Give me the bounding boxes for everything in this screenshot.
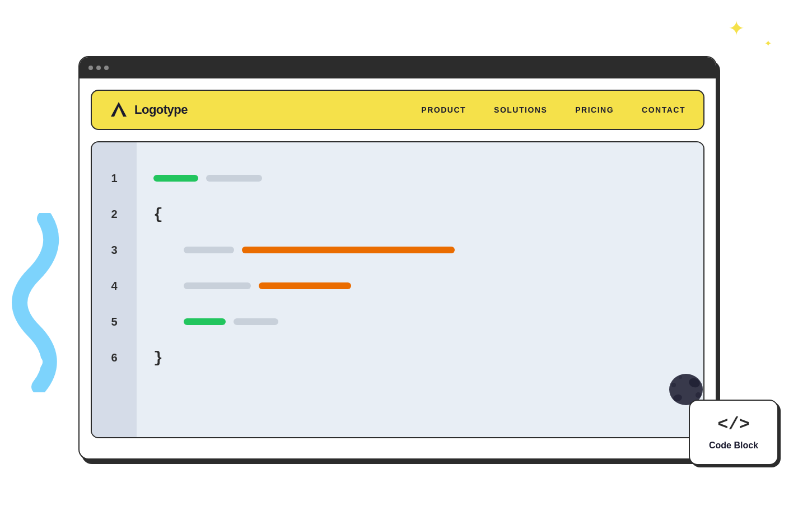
brace-close: } xyxy=(153,349,163,367)
code-bar-green-1 xyxy=(153,175,198,182)
blue-squiggle-decoration xyxy=(0,213,67,392)
code-line-3 xyxy=(153,232,687,268)
code-area: { xyxy=(137,142,703,437)
nav-solutions[interactable]: SOLUTIONS xyxy=(494,105,547,114)
code-line-4 xyxy=(153,268,687,304)
code-block-label: Code Block xyxy=(709,441,758,451)
line-numbers: 1 2 3 4 5 6 xyxy=(92,142,137,437)
code-bar-orange-4 xyxy=(259,282,351,289)
line-num-1: 1 xyxy=(92,160,137,196)
code-bar-white-5 xyxy=(234,318,278,325)
svg-point-7 xyxy=(671,383,676,387)
nav-contact[interactable]: CONTACT xyxy=(642,105,685,114)
logo-area: Logotype xyxy=(110,101,188,119)
svg-point-6 xyxy=(696,392,701,398)
code-bar-orange-3 xyxy=(242,247,455,253)
code-bar-white-4 xyxy=(184,282,251,289)
line-num-2: 2 xyxy=(92,196,137,232)
code-editor-panel: 1 2 3 4 5 6 { xyxy=(91,141,704,438)
line-num-3: 3 xyxy=(92,232,137,268)
code-block-icon: </> xyxy=(717,414,750,435)
browser-window: Logotype PRODUCT SOLUTIONS PRICING CONTA… xyxy=(78,56,717,460)
code-line-5 xyxy=(153,304,687,340)
logo-icon xyxy=(110,101,128,119)
code-line-2: { xyxy=(153,196,687,232)
line-num-4: 4 xyxy=(92,268,137,304)
browser-content: Logotype PRODUCT SOLUTIONS PRICING CONTA… xyxy=(80,78,716,449)
titlebar-dot-3 xyxy=(104,66,109,70)
browser-titlebar xyxy=(80,57,716,78)
nav-links: PRODUCT SOLUTIONS PRICING CONTACT xyxy=(421,105,685,114)
titlebar-dot-1 xyxy=(88,66,93,70)
star-small-decoration: ✦ xyxy=(764,38,772,49)
svg-point-9 xyxy=(679,375,682,379)
brace-open: { xyxy=(153,206,163,223)
logo-text: Logotype xyxy=(134,103,188,117)
line-num-6: 6 xyxy=(92,340,137,375)
star-large-decoration: ✦ xyxy=(728,17,745,40)
nav-pricing[interactable]: PRICING xyxy=(575,105,614,114)
line-num-5: 5 xyxy=(92,304,137,340)
code-block-widget: </> Code Block xyxy=(689,400,778,465)
navbar: Logotype PRODUCT SOLUTIONS PRICING CONTA… xyxy=(91,90,704,130)
code-bar-green-5 xyxy=(184,318,226,325)
code-bar-white-3 xyxy=(184,247,234,253)
code-bar-white-1 xyxy=(206,175,262,182)
code-line-1 xyxy=(153,160,687,196)
nav-product[interactable]: PRODUCT xyxy=(421,105,466,114)
titlebar-dot-2 xyxy=(96,66,101,70)
code-line-6: } xyxy=(153,340,687,375)
